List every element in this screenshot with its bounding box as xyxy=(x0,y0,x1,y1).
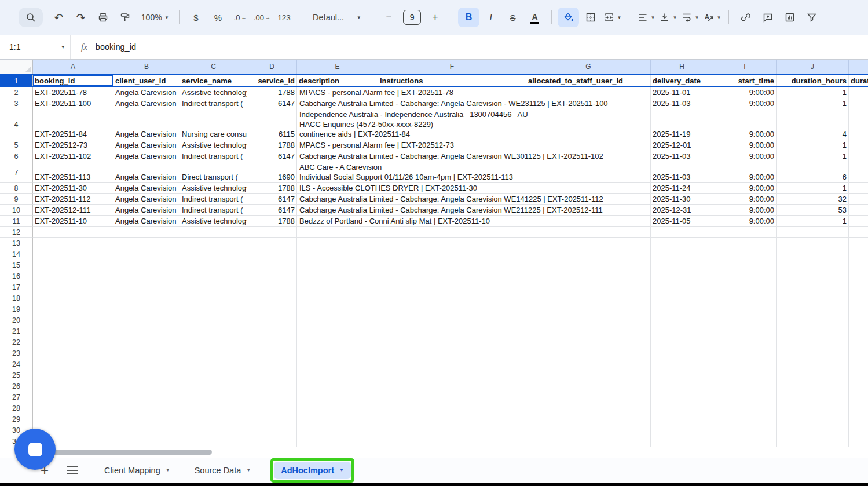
cell-B4[interactable]: Angela Carevision xyxy=(113,109,180,140)
cell-F19[interactable] xyxy=(378,304,526,315)
cell-H6[interactable]: 2025-11-03 xyxy=(651,151,713,162)
cell-B10[interactable]: Angela Carevision xyxy=(113,205,180,216)
cell-C1[interactable]: service_name xyxy=(180,75,247,86)
cell-F17[interactable] xyxy=(378,282,526,293)
cell-E5-overflow-text[interactable]: MPACS - personal Alarm fee | EXT-202512-… xyxy=(297,140,651,151)
cell-C26[interactable] xyxy=(180,381,247,392)
cell-G23[interactable] xyxy=(526,348,651,359)
cell-K7[interactable] xyxy=(849,162,868,183)
cell-K31[interactable] xyxy=(849,436,868,447)
cell-D3[interactable]: 6147 xyxy=(247,98,297,109)
cell-I12[interactable] xyxy=(713,227,777,238)
cell-F31[interactable] xyxy=(378,436,526,447)
cell-K5[interactable] xyxy=(849,140,868,151)
cell-E29[interactable] xyxy=(297,414,378,425)
cell-D4[interactable]: 6115 xyxy=(247,109,297,140)
cell-B21[interactable] xyxy=(113,326,180,337)
cell-D9[interactable]: 6147 xyxy=(247,194,297,205)
cell-H20[interactable] xyxy=(651,315,713,326)
cell-H12[interactable] xyxy=(651,227,713,238)
cell-K27[interactable] xyxy=(849,392,868,403)
cell-C28[interactable] xyxy=(180,403,247,414)
cell-C13[interactable] xyxy=(180,238,247,249)
cell-I6[interactable]: 9:00:00 xyxy=(713,151,777,162)
more-formats-button[interactable]: 123 xyxy=(273,8,295,27)
insert-link-button[interactable] xyxy=(735,8,756,27)
row-header-22[interactable]: 22 xyxy=(0,337,33,348)
cell-I1[interactable]: start_time xyxy=(713,75,777,86)
cell-G18[interactable] xyxy=(526,293,651,304)
cell-H18[interactable] xyxy=(651,293,713,304)
cell-A22[interactable] xyxy=(33,337,113,348)
column-header-K[interactable]: K xyxy=(849,60,868,74)
column-header-I[interactable]: I xyxy=(713,60,777,74)
cell-H5[interactable]: 2025-12-01 xyxy=(651,140,713,151)
cell-K23[interactable] xyxy=(849,348,868,359)
row-header-7[interactable]: 7 xyxy=(0,162,33,183)
cell-D1[interactable]: service_id xyxy=(247,75,297,86)
cell-E6-overflow-text[interactable]: Cabcharge Australia Limited - Cabcharge:… xyxy=(297,151,651,162)
cell-J22[interactable] xyxy=(777,337,849,348)
cell-J11[interactable]: 1 xyxy=(777,216,849,227)
cell-K13[interactable] xyxy=(849,238,868,249)
cell-K16[interactable] xyxy=(849,271,868,282)
cell-G1[interactable]: allocated_to_staff_user_id xyxy=(526,75,651,86)
borders-button[interactable] xyxy=(580,8,601,27)
cell-I31[interactable] xyxy=(713,436,777,447)
cell-J27[interactable] xyxy=(777,392,849,403)
cell-C29[interactable] xyxy=(180,414,247,425)
cell-H9[interactable]: 2025-11-30 xyxy=(651,194,713,205)
cell-F12[interactable] xyxy=(378,227,526,238)
cell-B5[interactable]: Angela Carevision xyxy=(113,140,180,151)
cell-D16[interactable] xyxy=(247,271,297,282)
cell-B14[interactable] xyxy=(113,249,180,260)
row-header-29[interactable]: 29 xyxy=(0,414,33,425)
cell-E25[interactable] xyxy=(297,370,378,381)
cell-B8[interactable]: Angela Carevision xyxy=(113,183,180,194)
cell-D28[interactable] xyxy=(247,403,297,414)
cell-F22[interactable] xyxy=(378,337,526,348)
cell-K20[interactable] xyxy=(849,315,868,326)
cell-E11-overflow-text[interactable]: Bedzzz of Portland - Conni Anti slip Mat… xyxy=(297,216,651,227)
cell-H15[interactable] xyxy=(651,260,713,271)
cell-G19[interactable] xyxy=(526,304,651,315)
cell-F25[interactable] xyxy=(378,370,526,381)
cell-B16[interactable] xyxy=(113,271,180,282)
cell-C12[interactable] xyxy=(180,227,247,238)
cell-E31[interactable] xyxy=(297,436,378,447)
cell-D24[interactable] xyxy=(247,359,297,370)
cell-A17[interactable] xyxy=(33,282,113,293)
cell-G13[interactable] xyxy=(526,238,651,249)
cell-F27[interactable] xyxy=(378,392,526,403)
cell-H10[interactable]: 2025-12-31 xyxy=(651,205,713,216)
cell-G31[interactable] xyxy=(526,436,651,447)
cell-K15[interactable] xyxy=(849,260,868,271)
column-header-A[interactable]: A xyxy=(33,60,113,74)
cell-D7[interactable]: 1690 xyxy=(247,162,297,183)
merge-cells-button[interactable]: ▾ xyxy=(602,8,623,27)
select-all-corner[interactable] xyxy=(0,60,33,74)
text-rotation-button[interactable]: A ▾ xyxy=(701,8,723,27)
format-currency-button[interactable]: $ xyxy=(185,8,207,27)
row-header-6[interactable]: 6 xyxy=(0,151,33,162)
cell-E12[interactable] xyxy=(297,227,378,238)
cell-B1[interactable]: client_user_id xyxy=(113,75,180,86)
cell-D8[interactable]: 1788 xyxy=(247,183,297,194)
cell-I29[interactable] xyxy=(713,414,777,425)
cell-C24[interactable] xyxy=(180,359,247,370)
cell-F30[interactable] xyxy=(378,425,526,436)
sheet-tab-source-data[interactable]: Source Data▼ xyxy=(188,462,258,479)
column-header-J[interactable]: J xyxy=(777,60,849,74)
cell-G27[interactable] xyxy=(526,392,651,403)
cell-A8[interactable]: EXT-202511-30 xyxy=(33,183,113,194)
cell-C6[interactable]: Indirect transport ( xyxy=(180,151,247,162)
cell-D18[interactable] xyxy=(247,293,297,304)
row-header-11[interactable]: 11 xyxy=(0,216,33,227)
cell-D27[interactable] xyxy=(247,392,297,403)
cell-J26[interactable] xyxy=(777,381,849,392)
cell-H22[interactable] xyxy=(651,337,713,348)
cell-A12[interactable] xyxy=(33,227,113,238)
cell-I24[interactable] xyxy=(713,359,777,370)
row-header-26[interactable]: 26 xyxy=(0,381,33,392)
row-header-16[interactable]: 16 xyxy=(0,271,33,282)
